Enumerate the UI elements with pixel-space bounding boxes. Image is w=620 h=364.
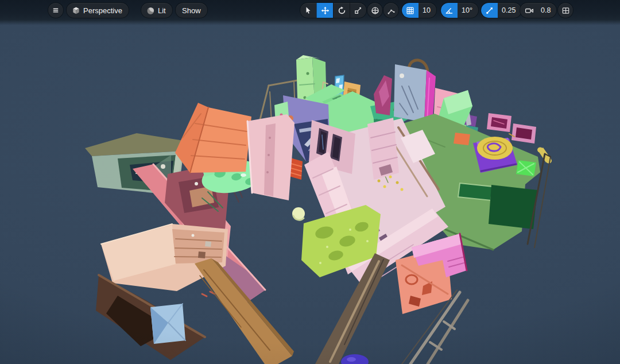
couch-dot xyxy=(326,246,328,248)
perspective-button[interactable]: Perspective xyxy=(67,3,129,18)
cube-icon xyxy=(71,6,80,15)
peach-interior xyxy=(172,229,224,264)
camera-icon xyxy=(525,6,534,15)
select-tool-button[interactable] xyxy=(300,3,316,18)
blue-window-pane xyxy=(336,78,340,83)
peach-shelf xyxy=(175,257,221,257)
move-icon xyxy=(320,6,330,15)
shelf-prop xyxy=(205,241,211,247)
fridge-handle xyxy=(307,72,309,75)
translate-tool-button[interactable] xyxy=(316,3,333,18)
shelf-prop xyxy=(192,234,195,237)
mirror-panel[interactable] xyxy=(394,64,427,122)
coordinate-space-button[interactable] xyxy=(367,3,382,18)
panel-knob xyxy=(266,171,269,173)
lit-label: Lit xyxy=(158,6,172,15)
flower xyxy=(389,176,392,179)
scale-snap-control: 0.25 xyxy=(481,3,521,18)
quad-layout-icon xyxy=(561,6,570,15)
perspective-label: Perspective xyxy=(83,6,129,15)
flower xyxy=(378,180,381,183)
gold-disc[interactable] xyxy=(477,137,513,160)
scale-snap-value[interactable]: 0.25 xyxy=(498,6,521,14)
scale-tool-button[interactable] xyxy=(350,3,366,18)
orange-mat[interactable] xyxy=(454,133,470,145)
couch-dot xyxy=(319,262,321,264)
shoe xyxy=(202,294,207,296)
green-pool-small xyxy=(458,183,493,200)
couch-dot xyxy=(349,229,351,231)
panel-knob xyxy=(268,154,270,156)
plate xyxy=(241,173,246,177)
angle-icon xyxy=(445,6,454,15)
shelf-prop xyxy=(198,251,206,258)
mirror-dot xyxy=(400,73,404,78)
dark-plank-streak xyxy=(330,261,379,362)
scene-svg[interactable] xyxy=(0,0,620,364)
flower xyxy=(396,181,399,184)
kettle xyxy=(195,182,198,185)
camera-speed-value: 0.8 xyxy=(537,6,556,14)
flower xyxy=(383,185,386,188)
rotation-snap-value[interactable]: 10° xyxy=(458,6,478,14)
grid-icon xyxy=(406,6,414,15)
flower xyxy=(401,188,404,191)
white-ornament[interactable] xyxy=(161,164,165,169)
surface-snap-icon xyxy=(386,6,396,15)
scale-icon xyxy=(354,6,363,15)
sphere-icon xyxy=(146,6,155,15)
grid-snap-toggle[interactable] xyxy=(402,3,418,18)
viewport-3d[interactable] xyxy=(0,0,620,364)
rotation-snap-toggle[interactable] xyxy=(441,3,458,18)
show-flags-button[interactable]: Show xyxy=(176,3,207,18)
couch-dot xyxy=(366,240,369,242)
viewport-layout-button[interactable] xyxy=(558,3,573,18)
transform-tools-group xyxy=(300,3,366,18)
panel-knob xyxy=(269,137,271,139)
scale-snap-toggle[interactable] xyxy=(481,3,498,18)
camera-speed-control[interactable]: 0.8 xyxy=(520,3,556,18)
rotate-icon xyxy=(337,6,346,15)
world-gizmo-icon xyxy=(370,6,379,15)
railing-pipe xyxy=(259,86,269,122)
green-pool xyxy=(489,185,537,229)
scale-arrow-icon xyxy=(485,6,494,15)
blue-blob-highlight xyxy=(347,357,356,362)
show-label: Show xyxy=(176,6,207,15)
hamburger-icon xyxy=(51,6,60,15)
rotation-snap-control: 10° xyxy=(441,3,478,18)
view-mode-button[interactable]: Lit xyxy=(141,3,172,18)
grid-snap-control: 10 xyxy=(402,3,436,18)
grid-snap-value[interactable]: 10 xyxy=(418,6,436,14)
rotate-tool-button[interactable] xyxy=(333,3,350,18)
cursor-icon xyxy=(304,6,313,15)
viewport-options-button[interactable] xyxy=(48,3,63,18)
surface-snap-button[interactable] xyxy=(383,3,398,18)
